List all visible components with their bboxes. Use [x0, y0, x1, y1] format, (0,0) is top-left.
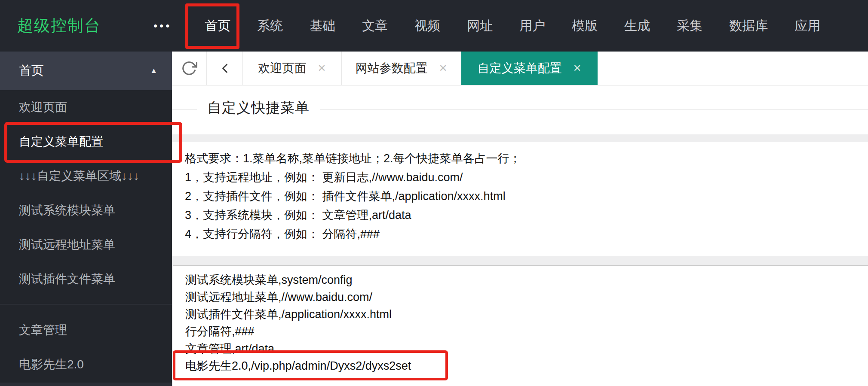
help-line: 2，支持插件文件，例如： 插件文件菜单,/application/xxxx.ht…: [185, 187, 868, 206]
chevron-left-icon: [217, 61, 233, 76]
sidebar-item-custom-menu-zone[interactable]: ↓↓↓自定义菜单区域↓↓↓: [0, 159, 172, 193]
top-bar: 超级控制台 ••• 首页 系统 基础 文章 视频 网址 用户 模版 生成 采集 …: [0, 0, 868, 52]
nav-item-generate[interactable]: 生成: [611, 0, 663, 52]
help-line: 1，支持远程地址，例如： 更新日志,//www.baidu.com/: [185, 168, 868, 187]
tab-label: 欢迎页面: [258, 60, 306, 76]
top-nav: 首页 系统 基础 文章 视频 网址 用户 模版 生成 采集 数据库 应用: [191, 0, 834, 52]
nav-item-user[interactable]: 用户: [506, 0, 558, 52]
sidebar-item-movie-mister[interactable]: 电影先生2.0: [0, 347, 172, 382]
tab-bar: 欢迎页面 ✕ 网站参数配置 ✕ 自定义菜单配置 ✕: [172, 52, 868, 85]
close-icon[interactable]: ✕: [439, 62, 447, 74]
nav-item-home[interactable]: 首页: [191, 0, 244, 52]
nav-item-article[interactable]: 文章: [349, 0, 401, 52]
close-icon[interactable]: ✕: [317, 62, 326, 74]
tab-bar-filler: [598, 52, 868, 85]
tab-custom-menu-config[interactable]: 自定义菜单配置 ✕: [461, 52, 598, 85]
nav-item-basic[interactable]: 基础: [296, 0, 349, 52]
sidebar-group-label: 首页: [19, 62, 44, 79]
page-title: 自定义快捷菜单: [197, 98, 320, 118]
nav-item-system[interactable]: 系统: [244, 0, 296, 52]
main-content: 欢迎页面 ✕ 网站参数配置 ✕ 自定义菜单配置 ✕ 自定义快捷菜单 格式要求：1…: [172, 52, 868, 386]
close-icon[interactable]: ✕: [573, 62, 581, 74]
refresh-icon: [181, 60, 197, 76]
page-title-block: 自定义快捷菜单: [172, 85, 868, 134]
chevron-up-icon: ▲: [150, 67, 157, 75]
menu-config-textarea[interactable]: 测试系统模块菜单,system/config 测试远程地址菜单,//www.ba…: [173, 265, 868, 386]
sidebar: 首页 ▲ 欢迎页面 自定义菜单配置 ↓↓↓自定义菜单区域↓↓↓ 测试系统模块菜单…: [0, 52, 172, 386]
scroll-tabs-left-button[interactable]: [207, 52, 243, 85]
admin-console-window: 超级控制台 ••• 首页 系统 基础 文章 视频 网址 用户 模版 生成 采集 …: [0, 0, 868, 386]
help-line: 4，支持行分隔符，例如： 分隔符,###: [185, 225, 868, 243]
nav-item-collect[interactable]: 采集: [663, 0, 716, 52]
sidebar-divider: [0, 304, 172, 304]
more-menu-icon[interactable]: •••: [153, 19, 172, 33]
nav-item-video[interactable]: 视频: [401, 0, 454, 52]
sidebar-group-home[interactable]: 首页 ▲: [0, 52, 172, 90]
sidebar-item-article-manage[interactable]: 文章管理: [0, 313, 172, 347]
sidebar-item-test-system-module[interactable]: 测试系统模块菜单: [0, 193, 172, 228]
app-logo: 超级控制台: [17, 15, 101, 36]
tab-site-params-config[interactable]: 网站参数配置 ✕: [342, 52, 461, 85]
sidebar-next-item-edge: [0, 383, 172, 386]
help-line: 3，支持系统模块，例如： 文章管理,art/data: [185, 206, 868, 225]
sidebar-item-custom-menu-config[interactable]: 自定义菜单配置: [0, 125, 172, 159]
tab-label: 网站参数配置: [355, 60, 427, 76]
refresh-button[interactable]: [172, 52, 207, 85]
nav-item-template[interactable]: 模版: [558, 0, 611, 52]
help-line: 格式要求：1.菜单名称,菜单链接地址；2.每个快捷菜单各占一行；: [185, 149, 868, 168]
tab-welcome-page[interactable]: 欢迎页面 ✕: [243, 52, 342, 85]
format-help-panel: 格式要求：1.菜单名称,菜单链接地址；2.每个快捷菜单各占一行； 1，支持远程地…: [172, 142, 868, 256]
sidebar-item-test-plugin-file[interactable]: 测试插件文件菜单: [0, 262, 172, 296]
sidebar-item-welcome[interactable]: 欢迎页面: [0, 90, 172, 125]
sidebar-item-test-remote-url[interactable]: 测试远程地址菜单: [0, 228, 172, 262]
tab-label: 自定义菜单配置: [477, 60, 561, 76]
nav-item-app[interactable]: 应用: [781, 0, 834, 52]
nav-item-database[interactable]: 数据库: [716, 0, 781, 52]
nav-item-url[interactable]: 网址: [454, 0, 506, 52]
